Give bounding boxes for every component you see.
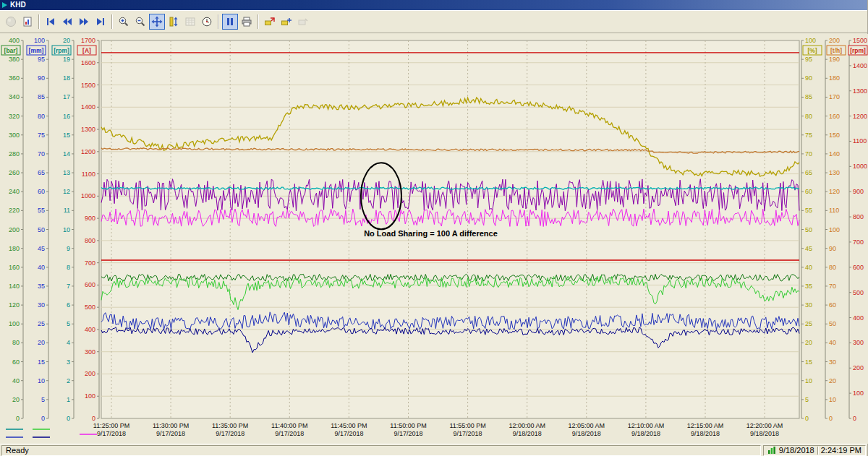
svg-text:30: 30 [829, 358, 836, 366]
date-label: 9/17/2018 [275, 430, 304, 437]
grid-icon [182, 14, 198, 30]
time-label: 12:15:00 AM [687, 422, 724, 429]
last-icon[interactable] [93, 14, 109, 30]
svg-text:40: 40 [805, 264, 812, 271]
svg-text:130: 130 [829, 169, 840, 176]
svg-text:300: 300 [9, 132, 20, 139]
svg-text:3: 3 [67, 358, 70, 366]
svg-text:10: 10 [805, 377, 812, 384]
pan-icon[interactable] [149, 14, 165, 30]
time-label: 12:00:00 AM [509, 422, 545, 429]
svg-text:4: 4 [67, 339, 70, 346]
svg-text:60: 60 [805, 188, 812, 195]
time-label: 11:25:00 PM [93, 422, 129, 429]
time-label: 12:10:00 AM [628, 422, 665, 429]
time-label: 11:45:00 PM [331, 422, 367, 429]
svg-text:340: 340 [9, 93, 20, 100]
axis-unit-label: [t/h] [830, 47, 842, 54]
svg-text:16: 16 [63, 113, 70, 120]
svg-text:80: 80 [829, 264, 836, 271]
status-time: 2:24:19 PM [821, 446, 861, 455]
zoom-in-icon[interactable] [116, 14, 132, 30]
svg-text:55: 55 [805, 207, 812, 214]
svg-text:5: 5 [67, 320, 70, 327]
date-label: 9/18/2018 [691, 430, 720, 437]
first-icon[interactable] [43, 14, 59, 30]
svg-text:380: 380 [9, 56, 20, 63]
svg-text:150: 150 [829, 132, 840, 139]
svg-text:90: 90 [38, 74, 45, 82]
print-icon[interactable] [239, 14, 255, 30]
svg-text:20: 20 [38, 339, 45, 346]
svg-text:400: 400 [9, 37, 20, 44]
svg-text:14: 14 [63, 150, 70, 158]
svg-text:400: 400 [853, 314, 864, 322]
svg-text:10: 10 [63, 226, 70, 233]
svg-text:20: 20 [805, 339, 812, 346]
svg-text:20: 20 [829, 377, 836, 384]
axis-unit-label: [mm] [29, 47, 44, 54]
svg-text:600: 600 [853, 264, 864, 271]
axis-mm: 0510152025303540455055606570758085909510… [27, 37, 48, 422]
svg-text:85: 85 [38, 93, 45, 100]
prev-icon[interactable] [59, 14, 75, 30]
toolbar [0, 10, 867, 33]
svg-text:260: 260 [9, 169, 20, 176]
svg-text:40: 40 [12, 377, 20, 384]
svg-text:12: 12 [63, 188, 70, 195]
svg-text:0: 0 [16, 415, 20, 422]
svg-text:40: 40 [38, 264, 45, 271]
date-label: 9/17/2018 [216, 430, 244, 437]
svg-text:30: 30 [805, 301, 812, 309]
time-range-icon[interactable] [199, 14, 215, 30]
svg-text:1500: 1500 [853, 37, 867, 44]
svg-text:220: 220 [9, 207, 20, 214]
svg-text:140: 140 [9, 283, 20, 290]
status-ready: Ready [1, 445, 761, 456]
svg-text:20: 20 [12, 396, 20, 403]
next-icon[interactable] [76, 14, 92, 30]
svg-text:320: 320 [9, 113, 20, 120]
svg-text:18: 18 [63, 74, 70, 82]
axis-unit-label: [rpm] [850, 47, 866, 54]
status-divider [817, 447, 818, 455]
time-axis: 11:25:00 PM9/17/201811:30:00 PM9/17/2018… [93, 422, 783, 437]
svg-text:8: 8 [67, 264, 70, 271]
svg-text:800: 800 [853, 213, 864, 220]
svg-text:300: 300 [853, 339, 864, 346]
svg-text:1200: 1200 [81, 148, 95, 155]
axis-th: 0102030405060708090100110120130140150160… [825, 37, 846, 422]
svg-text:180: 180 [9, 245, 20, 252]
tag-edit-icon [295, 14, 311, 30]
svg-text:70: 70 [805, 150, 812, 158]
report-icon[interactable] [20, 14, 35, 30]
tag-export-icon[interactable] [262, 14, 278, 30]
svg-text:5: 5 [41, 396, 45, 403]
y-scale-icon[interactable] [166, 14, 182, 30]
svg-text:75: 75 [38, 132, 45, 139]
svg-text:95: 95 [38, 56, 45, 63]
svg-text:0: 0 [92, 415, 95, 422]
date-label: 9/18/2018 [513, 430, 542, 437]
svg-text:200: 200 [9, 226, 20, 233]
date-label: 9/18/2018 [750, 430, 779, 437]
zoom-out-icon[interactable] [132, 14, 148, 30]
date-label: 9/17/2018 [334, 430, 363, 437]
svg-text:100: 100 [805, 37, 816, 44]
svg-text:600: 600 [85, 281, 95, 288]
svg-text:1400: 1400 [81, 103, 95, 111]
pause-icon[interactable] [222, 14, 238, 30]
chart-workspace: 11:25:00 PM9/17/201811:30:00 PM9/17/2018… [0, 34, 868, 444]
toolbar-separator [111, 14, 113, 29]
status-datetime: 9/18/2018 2:24:19 PM [763, 445, 866, 456]
svg-text:0: 0 [853, 415, 856, 422]
svg-text:190: 190 [829, 56, 840, 63]
axis-bar: 0204060801001201401601802002202402602803… [1, 37, 23, 422]
svg-text:70: 70 [38, 150, 45, 158]
svg-text:95: 95 [805, 56, 812, 63]
axis-rpm: 01234567891011121314151617181920[rpm] [52, 37, 74, 422]
svg-text:90: 90 [829, 245, 836, 252]
date-label: 9/17/2018 [393, 430, 422, 437]
tag-add-icon[interactable] [278, 14, 294, 30]
trend-chart[interactable]: 11:25:00 PM9/17/201811:30:00 PM9/17/2018… [0, 34, 868, 444]
